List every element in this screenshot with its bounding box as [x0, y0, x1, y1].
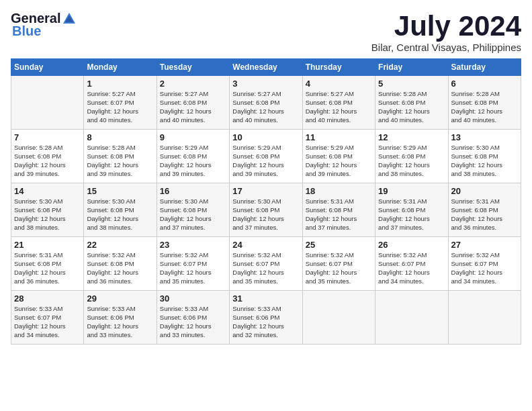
- day-number: 22: [87, 240, 153, 250]
- cell-content: Sunrise: 5:28 AM Sunset: 6:08 PM Dayligh…: [14, 144, 81, 178]
- cell-content: Sunrise: 5:33 AM Sunset: 6:07 PM Dayligh…: [14, 305, 81, 339]
- day-number: 25: [306, 240, 372, 250]
- day-number: 27: [451, 240, 518, 250]
- day-number: 23: [160, 240, 226, 250]
- calendar-cell: 16Sunrise: 5:30 AM Sunset: 6:08 PM Dayli…: [157, 183, 229, 237]
- day-number: 18: [306, 186, 372, 196]
- day-number: 11: [306, 132, 372, 142]
- calendar-cell: 4Sunrise: 5:27 AM Sunset: 6:08 PM Daylig…: [302, 76, 375, 130]
- logo: General Blue: [11, 11, 77, 39]
- calendar-cell: 2Sunrise: 5:27 AM Sunset: 6:08 PM Daylig…: [157, 76, 229, 130]
- calendar-cell: 28Sunrise: 5:33 AM Sunset: 6:07 PM Dayli…: [11, 291, 84, 345]
- calendar-cell: 13Sunrise: 5:30 AM Sunset: 6:08 PM Dayli…: [448, 130, 521, 183]
- cell-content: Sunrise: 5:30 AM Sunset: 6:08 PM Dayligh…: [87, 197, 153, 232]
- day-number: 28: [14, 293, 81, 304]
- title-area: July 2024 Bilar, Central Visayas, Philip…: [371, 11, 521, 53]
- calendar-cell: [302, 291, 375, 345]
- calendar-cell: 26Sunrise: 5:32 AM Sunset: 6:07 PM Dayli…: [375, 237, 448, 291]
- month-title: July 2024: [371, 11, 521, 42]
- day-number: 15: [87, 186, 153, 196]
- calendar-table: SundayMondayTuesdayWednesdayThursdayFrid…: [11, 58, 521, 345]
- week-row-2: 7Sunrise: 5:28 AM Sunset: 6:08 PM Daylig…: [11, 130, 521, 183]
- header-monday: Monday: [84, 59, 157, 76]
- calendar-cell: 25Sunrise: 5:32 AM Sunset: 6:07 PM Dayli…: [302, 237, 375, 291]
- calendar-cell: 3Sunrise: 5:27 AM Sunset: 6:08 PM Daylig…: [230, 76, 302, 130]
- calendar-cell: 9Sunrise: 5:29 AM Sunset: 6:08 PM Daylig…: [157, 130, 229, 183]
- calendar-cell: 17Sunrise: 5:30 AM Sunset: 6:08 PM Dayli…: [230, 183, 302, 237]
- cell-content: Sunrise: 5:29 AM Sunset: 6:08 PM Dayligh…: [232, 144, 299, 178]
- day-number: 19: [378, 186, 445, 196]
- calendar-cell: 11Sunrise: 5:29 AM Sunset: 6:08 PM Dayli…: [302, 130, 375, 183]
- cell-content: Sunrise: 5:32 AM Sunset: 6:07 PM Dayligh…: [232, 251, 299, 285]
- cell-content: Sunrise: 5:31 AM Sunset: 6:08 PM Dayligh…: [306, 197, 372, 232]
- header-wednesday: Wednesday: [230, 59, 302, 76]
- cell-content: Sunrise: 5:28 AM Sunset: 6:08 PM Dayligh…: [378, 90, 445, 124]
- cell-content: Sunrise: 5:27 AM Sunset: 6:07 PM Dayligh…: [87, 90, 153, 124]
- day-number: 10: [232, 132, 299, 142]
- calendar-cell: 29Sunrise: 5:33 AM Sunset: 6:06 PM Dayli…: [84, 291, 157, 345]
- day-number: 9: [160, 132, 226, 142]
- logo-blue-text: Blue: [12, 24, 41, 39]
- calendar-cell: 20Sunrise: 5:31 AM Sunset: 6:08 PM Dayli…: [448, 183, 521, 237]
- cell-content: Sunrise: 5:30 AM Sunset: 6:08 PM Dayligh…: [14, 197, 81, 232]
- cell-content: Sunrise: 5:29 AM Sunset: 6:08 PM Dayligh…: [160, 144, 226, 178]
- header-friday: Friday: [375, 59, 448, 76]
- header-row: SundayMondayTuesdayWednesdayThursdayFrid…: [11, 59, 521, 76]
- day-number: 24: [232, 240, 299, 250]
- day-number: 20: [451, 186, 518, 196]
- day-number: 12: [378, 132, 445, 142]
- day-number: 6: [451, 79, 518, 89]
- calendar-cell: 8Sunrise: 5:28 AM Sunset: 6:08 PM Daylig…: [84, 130, 157, 183]
- day-number: 3: [232, 79, 299, 89]
- day-number: 8: [87, 132, 153, 142]
- cell-content: Sunrise: 5:31 AM Sunset: 6:08 PM Dayligh…: [14, 251, 81, 285]
- calendar-cell: 1Sunrise: 5:27 AM Sunset: 6:07 PM Daylig…: [84, 76, 157, 130]
- calendar-cell: 10Sunrise: 5:29 AM Sunset: 6:08 PM Dayli…: [230, 130, 302, 183]
- calendar-cell: [375, 291, 448, 345]
- header-sunday: Sunday: [11, 59, 84, 76]
- cell-content: Sunrise: 5:33 AM Sunset: 6:06 PM Dayligh…: [87, 305, 153, 339]
- cell-content: Sunrise: 5:32 AM Sunset: 6:08 PM Dayligh…: [87, 251, 153, 285]
- calendar-cell: 23Sunrise: 5:32 AM Sunset: 6:07 PM Dayli…: [157, 237, 229, 291]
- cell-content: Sunrise: 5:27 AM Sunset: 6:08 PM Dayligh…: [232, 90, 299, 124]
- cell-content: Sunrise: 5:30 AM Sunset: 6:08 PM Dayligh…: [160, 197, 226, 232]
- cell-content: Sunrise: 5:31 AM Sunset: 6:08 PM Dayligh…: [451, 197, 518, 232]
- cell-content: Sunrise: 5:29 AM Sunset: 6:08 PM Dayligh…: [306, 144, 372, 178]
- day-number: 16: [160, 186, 226, 196]
- day-number: 5: [378, 79, 445, 89]
- calendar-cell: 5Sunrise: 5:28 AM Sunset: 6:08 PM Daylig…: [375, 76, 448, 130]
- cell-content: Sunrise: 5:33 AM Sunset: 6:06 PM Dayligh…: [160, 305, 226, 339]
- calendar-cell: 27Sunrise: 5:32 AM Sunset: 6:07 PM Dayli…: [448, 237, 521, 291]
- cell-content: Sunrise: 5:28 AM Sunset: 6:08 PM Dayligh…: [87, 144, 153, 178]
- cell-content: Sunrise: 5:28 AM Sunset: 6:08 PM Dayligh…: [451, 90, 518, 124]
- calendar-cell: 12Sunrise: 5:29 AM Sunset: 6:08 PM Dayli…: [375, 130, 448, 183]
- day-number: 31: [232, 293, 299, 304]
- cell-content: Sunrise: 5:32 AM Sunset: 6:07 PM Dayligh…: [306, 251, 372, 285]
- week-row-1: 1Sunrise: 5:27 AM Sunset: 6:07 PM Daylig…: [11, 76, 521, 130]
- day-number: 13: [451, 132, 518, 142]
- day-number: 2: [160, 79, 226, 89]
- cell-content: Sunrise: 5:33 AM Sunset: 6:06 PM Dayligh…: [232, 305, 299, 339]
- week-row-5: 28Sunrise: 5:33 AM Sunset: 6:07 PM Dayli…: [11, 291, 521, 345]
- header-thursday: Thursday: [302, 59, 375, 76]
- calendar-cell: 24Sunrise: 5:32 AM Sunset: 6:07 PM Dayli…: [230, 237, 302, 291]
- header-saturday: Saturday: [448, 59, 521, 76]
- cell-content: Sunrise: 5:27 AM Sunset: 6:08 PM Dayligh…: [160, 90, 226, 124]
- calendar-cell: 31Sunrise: 5:33 AM Sunset: 6:06 PM Dayli…: [230, 291, 302, 345]
- calendar-cell: 30Sunrise: 5:33 AM Sunset: 6:06 PM Dayli…: [157, 291, 229, 345]
- day-number: 30: [160, 293, 226, 304]
- day-number: 26: [378, 240, 445, 250]
- day-number: 7: [14, 132, 81, 142]
- cell-content: Sunrise: 5:32 AM Sunset: 6:07 PM Dayligh…: [378, 251, 445, 285]
- week-row-3: 14Sunrise: 5:30 AM Sunset: 6:08 PM Dayli…: [11, 183, 521, 237]
- calendar-cell: 7Sunrise: 5:28 AM Sunset: 6:08 PM Daylig…: [11, 130, 84, 183]
- cell-content: Sunrise: 5:30 AM Sunset: 6:08 PM Dayligh…: [451, 144, 518, 178]
- calendar-cell: [11, 76, 84, 130]
- day-number: 1: [87, 79, 153, 89]
- day-number: 21: [14, 240, 81, 250]
- location-title: Bilar, Central Visayas, Philippines: [371, 42, 521, 53]
- cell-content: Sunrise: 5:29 AM Sunset: 6:08 PM Dayligh…: [378, 144, 445, 178]
- page-header: General Blue July 2024 Bilar, Central Vi…: [11, 11, 521, 53]
- cell-content: Sunrise: 5:32 AM Sunset: 6:07 PM Dayligh…: [451, 251, 518, 285]
- calendar-cell: [448, 291, 521, 345]
